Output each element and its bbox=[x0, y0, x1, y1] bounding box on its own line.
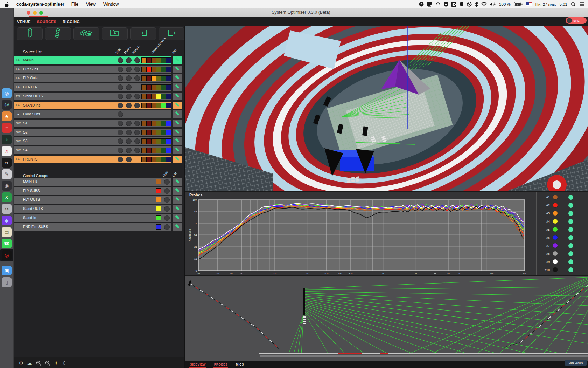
hand-icon[interactable] bbox=[460, 1, 464, 7]
group-color-swatch[interactable] bbox=[156, 206, 161, 211]
probe-enabled-indicator[interactable] bbox=[568, 235, 573, 240]
mute-l-toggle[interactable] bbox=[126, 121, 132, 126]
edit-source-button[interactable] bbox=[173, 129, 182, 136]
edit-source-button[interactable] bbox=[173, 93, 182, 100]
audio-app-icon[interactable] bbox=[419, 1, 424, 7]
control-group-row-fly-outs[interactable]: FLY OUTS bbox=[14, 196, 184, 204]
source-row-center[interactable]: LACENTER bbox=[14, 83, 184, 91]
mute-l-toggle[interactable] bbox=[126, 67, 132, 72]
hide-toggle[interactable] bbox=[118, 157, 123, 162]
mute-l-toggle[interactable] bbox=[126, 157, 132, 162]
source-row-mains[interactable]: LAMAINS bbox=[14, 56, 184, 64]
group-color-swatch[interactable] bbox=[156, 179, 161, 184]
group-mute-toggle[interactable] bbox=[164, 224, 170, 230]
dock-icon-optimiser-target[interactable]: ◎ bbox=[2, 250, 12, 260]
control-group-row-end-fire-subs[interactable]: END Fire SUBS bbox=[14, 223, 184, 231]
probe-enabled-indicator[interactable] bbox=[568, 243, 573, 248]
spotlight-search-icon[interactable] bbox=[571, 1, 576, 7]
dock-icon-mail[interactable]: @ bbox=[2, 100, 12, 110]
hide-toggle[interactable] bbox=[118, 57, 123, 63]
title-bar[interactable]: System Optimiser 0.3.0 (Beta) bbox=[14, 8, 588, 17]
edit-source-button[interactable] bbox=[173, 102, 182, 109]
notification-center-icon[interactable] bbox=[579, 1, 584, 7]
edit-source-button[interactable] bbox=[173, 56, 182, 64]
probe-enabled-indicator[interactable] bbox=[568, 267, 573, 272]
sub-cluster-button[interactable] bbox=[74, 27, 99, 40]
line-array-button[interactable] bbox=[45, 27, 71, 40]
tab-sources[interactable]: SOURCES bbox=[37, 20, 56, 24]
gear-icon[interactable]: ⚙ bbox=[19, 360, 23, 366]
probe-enabled-indicator[interactable] bbox=[568, 259, 573, 264]
probe-enabled-indicator[interactable] bbox=[568, 195, 573, 200]
mute-r-toggle[interactable] bbox=[134, 130, 140, 135]
hide-toggle[interactable] bbox=[118, 130, 123, 135]
tab-venue[interactable]: VENUE bbox=[17, 20, 31, 24]
bottom-tab-probes[interactable]: PROBES bbox=[214, 363, 227, 366]
frequency-response-chart[interactable]: 10789715436180203040501002003004005001k2… bbox=[185, 192, 536, 276]
probe-enabled-indicator[interactable] bbox=[568, 211, 573, 216]
group-color-swatch[interactable] bbox=[156, 224, 161, 230]
edit-source-button[interactable] bbox=[173, 146, 182, 154]
mute-r-toggle[interactable] bbox=[134, 103, 140, 108]
bottom-tab-mics[interactable]: MICS bbox=[236, 363, 244, 366]
mute-r-toggle[interactable] bbox=[134, 57, 140, 63]
add-folder-button[interactable] bbox=[102, 27, 128, 40]
mute-l-toggle[interactable] bbox=[126, 84, 132, 90]
moon-icon[interactable]: ☾ bbox=[62, 360, 67, 366]
hide-toggle[interactable] bbox=[118, 103, 123, 108]
source-row-fly-outs[interactable]: LAFLY Outs bbox=[14, 74, 184, 82]
edit-group-button[interactable] bbox=[173, 205, 182, 213]
menu-date[interactable]: Пн, 27 янв. bbox=[536, 2, 556, 6]
airplay-icon[interactable] bbox=[435, 1, 441, 7]
probe-row-3[interactable]: #3 bbox=[537, 209, 588, 217]
probe-color-swatch[interactable] bbox=[553, 219, 558, 224]
group-color-swatch[interactable] bbox=[156, 197, 161, 202]
dock-icon-browser[interactable]: e bbox=[2, 111, 12, 121]
probe-enabled-indicator[interactable] bbox=[568, 227, 573, 232]
dock-icon-purple-app[interactable]: ◆ bbox=[2, 216, 12, 225]
tab-rigging[interactable]: RIGGING bbox=[63, 20, 80, 24]
cloud-icon[interactable]: ☁ bbox=[27, 360, 32, 366]
spl-toggle[interactable]: SPL bbox=[566, 17, 587, 24]
display-icon[interactable] bbox=[427, 1, 432, 7]
menu-window[interactable]: Window bbox=[103, 2, 119, 7]
stadium-3d-view[interactable] bbox=[185, 26, 588, 191]
group-mute-toggle[interactable] bbox=[164, 179, 170, 185]
control-group-row-stand-in[interactable]: Stand In bbox=[14, 214, 184, 222]
probe-color-swatch[interactable] bbox=[553, 243, 558, 248]
single-speaker-button[interactable] bbox=[17, 27, 43, 40]
control-group-row-fly-subs[interactable]: FLY SUBS bbox=[14, 187, 184, 195]
active-app-name[interactable]: coda-system-optimiser bbox=[16, 2, 64, 7]
zoom-in-icon[interactable] bbox=[36, 361, 41, 366]
mute-l-toggle[interactable] bbox=[126, 103, 132, 108]
group-color-swatch[interactable] bbox=[156, 215, 161, 220]
probe-color-swatch[interactable] bbox=[553, 251, 558, 256]
mute-r-toggle[interactable] bbox=[134, 121, 140, 126]
dock-icon-excel[interactable]: X bbox=[2, 192, 12, 202]
menu-time[interactable]: 5:01 bbox=[560, 2, 567, 6]
edit-group-button[interactable] bbox=[173, 223, 182, 231]
probe-color-swatch[interactable] bbox=[553, 267, 558, 272]
hide-toggle[interactable] bbox=[118, 121, 123, 126]
source-row-s1[interactable]: SWS1 bbox=[14, 120, 184, 127]
mute-l-toggle[interactable] bbox=[126, 94, 132, 99]
edit-group-button[interactable] bbox=[173, 214, 182, 222]
edit-source-button[interactable] bbox=[173, 74, 182, 82]
import-button[interactable] bbox=[130, 27, 156, 40]
probe-row-5[interactable]: #5 bbox=[537, 225, 588, 233]
hide-toggle[interactable] bbox=[118, 67, 123, 72]
probe-color-swatch[interactable] bbox=[553, 211, 558, 216]
probe-enabled-indicator[interactable] bbox=[568, 251, 573, 256]
pen-disabled-icon[interactable] bbox=[467, 1, 472, 7]
dock-icon-utility[interactable]: ✂ bbox=[2, 204, 12, 214]
hide-toggle[interactable] bbox=[118, 94, 123, 99]
edit-source-button[interactable] bbox=[173, 120, 182, 127]
bluetooth-icon[interactable] bbox=[475, 1, 478, 7]
edit-group-button[interactable] bbox=[173, 178, 182, 186]
probe-enabled-indicator[interactable] bbox=[568, 219, 573, 224]
probe-color-swatch[interactable] bbox=[553, 203, 558, 208]
dock-icon-music-green[interactable]: ♪ bbox=[2, 135, 12, 144]
control-group-row-main-lr[interactable]: MAIN LR bbox=[14, 178, 184, 186]
group-mute-toggle[interactable] bbox=[164, 215, 170, 221]
source-row-floor-subs[interactable]: ▼Floor Subs bbox=[14, 110, 184, 118]
